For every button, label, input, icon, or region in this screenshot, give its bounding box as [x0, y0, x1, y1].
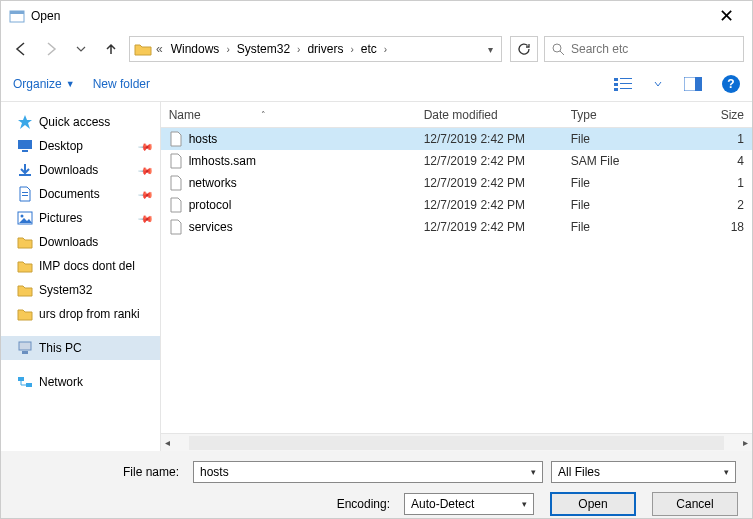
sidebar-item[interactable]: Downloads📌 — [1, 158, 160, 182]
filename-input[interactable]: hosts ▾ — [193, 461, 543, 483]
sidebar-item-label: Downloads — [39, 163, 134, 177]
sidebar-item[interactable]: Downloads — [1, 230, 160, 254]
svg-line-3 — [560, 51, 564, 55]
encoding-select[interactable]: Auto-Detect ▾ — [404, 493, 534, 515]
recent-dropdown[interactable] — [69, 37, 93, 61]
svg-rect-21 — [22, 351, 28, 354]
cancel-button[interactable]: Cancel — [652, 492, 738, 516]
chevron-right-icon: › — [347, 44, 356, 55]
chevron-down-icon: ▾ — [724, 467, 729, 477]
column-size[interactable]: Size — [713, 108, 752, 122]
sidebar-item[interactable]: Quick access — [1, 110, 160, 134]
close-button[interactable]: ✕ — [709, 5, 744, 27]
svg-rect-5 — [620, 78, 632, 79]
sidebar-item[interactable]: System32 — [1, 278, 160, 302]
breadcrumb-segment[interactable]: etc — [357, 40, 381, 58]
new-folder-button[interactable]: New folder — [93, 77, 150, 91]
file-size: 2 — [713, 198, 752, 212]
pin-icon: 📌 — [138, 186, 154, 202]
breadcrumb-segment[interactable]: System32 — [233, 40, 294, 58]
file-date: 12/7/2019 2:42 PM — [416, 176, 563, 190]
address-bar[interactable]: « Windows›System32›drivers›etc› ▾ — [129, 36, 502, 62]
file-icon — [169, 153, 183, 169]
file-size: 1 — [713, 132, 752, 146]
filetype-filter[interactable]: All Files ▾ — [551, 461, 736, 483]
scroll-left-icon[interactable]: ◂ — [161, 437, 175, 448]
scroll-track[interactable] — [189, 436, 724, 450]
file-icon — [169, 219, 183, 235]
svg-rect-16 — [22, 192, 28, 193]
file-type: File — [563, 198, 713, 212]
sidebar-item[interactable]: Network — [1, 370, 160, 394]
view-dropdown-icon[interactable] — [652, 73, 664, 95]
file-size: 1 — [713, 176, 752, 190]
file-name: services — [189, 220, 233, 234]
sidebar-item[interactable]: urs drop from ranki — [1, 302, 160, 326]
forward-button[interactable] — [39, 37, 63, 61]
pictures-icon — [17, 210, 33, 226]
back-button[interactable] — [9, 37, 33, 61]
file-row[interactable]: protocol12/7/2019 2:42 PMFile2 — [161, 194, 752, 216]
breadcrumb-segment[interactable]: drivers — [303, 40, 347, 58]
sidebar-item-label: Downloads — [39, 235, 152, 249]
help-button[interactable]: ? — [722, 75, 740, 93]
breadcrumb-prefix[interactable]: « — [156, 42, 163, 56]
view-options-button[interactable] — [612, 73, 634, 95]
open-button[interactable]: Open — [550, 492, 636, 516]
file-size: 4 — [713, 154, 752, 168]
file-date: 12/7/2019 2:42 PM — [416, 132, 563, 146]
folder-icon — [17, 306, 33, 322]
app-icon — [9, 8, 25, 24]
file-icon — [169, 197, 183, 213]
column-date[interactable]: Date modified — [416, 108, 563, 122]
file-name: hosts — [189, 132, 218, 146]
filename-label: File name: — [15, 465, 185, 479]
sidebar-item-label: Pictures — [39, 211, 134, 225]
network-icon — [17, 374, 33, 390]
file-icon — [169, 131, 183, 147]
scroll-right-icon[interactable]: ▸ — [738, 437, 752, 448]
sidebar-item-label: IMP docs dont del — [39, 259, 152, 273]
nav-bar: « Windows›System32›drivers›etc› ▾ — [1, 31, 752, 67]
chevron-right-icon: › — [381, 44, 390, 55]
sidebar-item[interactable]: Pictures📌 — [1, 206, 160, 230]
up-button[interactable] — [99, 37, 123, 61]
sidebar-item-label: Quick access — [39, 115, 152, 129]
file-row[interactable]: lmhosts.sam12/7/2019 2:42 PMSAM File4 — [161, 150, 752, 172]
svg-rect-4 — [614, 78, 618, 81]
svg-rect-6 — [614, 83, 618, 86]
sidebar-item[interactable]: IMP docs dont del — [1, 254, 160, 278]
svg-rect-11 — [695, 77, 702, 91]
sidebar-item-label: Documents — [39, 187, 134, 201]
svg-rect-22 — [18, 377, 24, 381]
folder-icon — [17, 234, 33, 250]
preview-pane-button[interactable] — [682, 73, 704, 95]
encoding-label: Encoding: — [337, 497, 396, 511]
file-row[interactable]: services12/7/2019 2:42 PMFile18 — [161, 216, 752, 238]
chevron-down-icon: ▾ — [522, 499, 527, 509]
file-type: File — [563, 220, 713, 234]
sidebar-item[interactable]: Documents📌 — [1, 182, 160, 206]
organize-button[interactable]: Organize ▼ — [13, 77, 75, 91]
svg-rect-20 — [19, 342, 31, 350]
breadcrumb-segment[interactable]: Windows — [167, 40, 224, 58]
search-input[interactable] — [571, 42, 737, 56]
column-name[interactable]: Name ˄ — [161, 108, 416, 122]
svg-rect-1 — [10, 11, 24, 14]
svg-rect-9 — [620, 88, 632, 89]
column-type[interactable]: Type — [563, 108, 713, 122]
search-box[interactable] — [544, 36, 744, 62]
svg-rect-23 — [26, 383, 32, 387]
refresh-button[interactable] — [510, 36, 538, 62]
address-dropdown-icon[interactable]: ▾ — [484, 44, 497, 55]
file-pane: Name ˄ Date modified Type Size hosts12/7… — [160, 102, 752, 451]
file-row[interactable]: networks12/7/2019 2:42 PMFile1 — [161, 172, 752, 194]
file-row[interactable]: hosts12/7/2019 2:42 PMFile1 — [161, 128, 752, 150]
sidebar-item[interactable]: Desktop📌 — [1, 134, 160, 158]
svg-point-19 — [21, 215, 24, 218]
svg-rect-7 — [620, 83, 632, 84]
sidebar-item[interactable]: This PC — [1, 336, 160, 360]
sidebar-item-label: urs drop from ranki — [39, 307, 152, 321]
toolbar: Organize ▼ New folder ? — [1, 67, 752, 101]
horizontal-scrollbar[interactable]: ◂ ▸ — [161, 433, 752, 451]
